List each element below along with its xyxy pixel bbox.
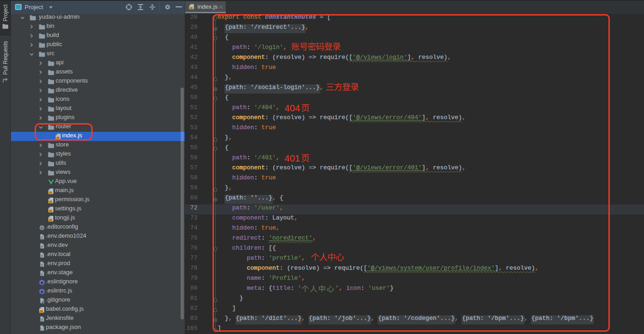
svg-text:JS: JS <box>49 209 52 212</box>
svg-text:JS: JS <box>40 310 43 313</box>
svg-text:JS: JS <box>190 7 193 10</box>
svg-text:JS: JS <box>49 219 52 221</box>
svg-text:JS: JS <box>49 191 52 194</box>
svg-text:JS: JS <box>49 200 52 203</box>
